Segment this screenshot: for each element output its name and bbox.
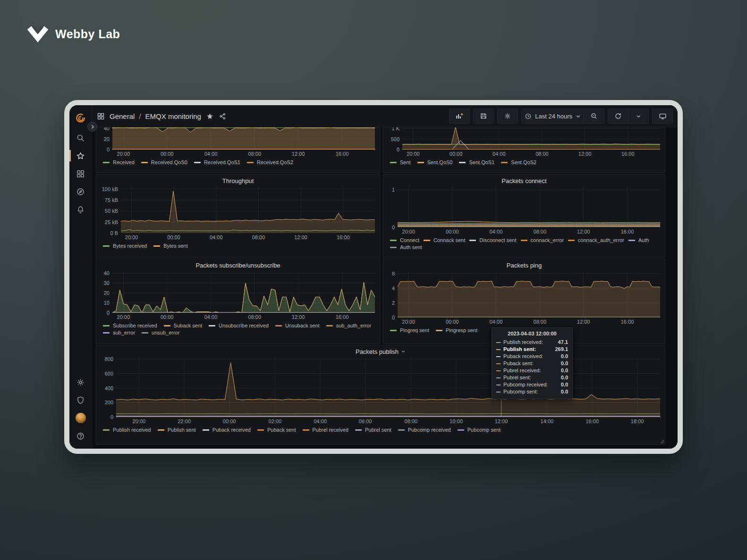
chart-canvas[interactable]: [112, 271, 375, 313]
legend-item[interactable]: Connack sent: [424, 237, 465, 243]
legend-item[interactable]: Bytes received: [103, 243, 147, 249]
panel-title[interactable]: Packets subscribe/unsubscribe: [96, 259, 380, 271]
refresh-button[interactable]: [608, 109, 628, 123]
x-tick-label: 12:00: [495, 418, 508, 424]
y-tick-label: 800: [105, 356, 113, 362]
legend-item[interactable]: connack_error: [521, 237, 564, 243]
legend-item[interactable]: Auth sent: [390, 244, 422, 250]
legend-item[interactable]: Publish sent: [158, 427, 196, 433]
chart-canvas[interactable]: [121, 187, 375, 233]
breadcrumb-dashboard-title[interactable]: EMQX monitoring: [145, 112, 201, 120]
legend-item[interactable]: Sent: [390, 159, 411, 165]
y-tick-label: 30: [104, 280, 110, 286]
legend-item[interactable]: Puback sent: [257, 427, 296, 433]
explore-compass-icon[interactable]: [69, 183, 92, 201]
panel-resize-handle[interactable]: [660, 439, 664, 443]
breadcrumb-folder[interactable]: General: [110, 112, 135, 120]
chart-canvas[interactable]: [398, 187, 660, 227]
legend-item[interactable]: Suback sent: [164, 323, 203, 328]
x-tick-label: 20:00: [117, 151, 130, 157]
legend-item[interactable]: Pubrel received: [303, 427, 348, 433]
legend-item[interactable]: unsub_error: [142, 330, 179, 335]
legend-item[interactable]: Pubrel sent: [355, 427, 391, 433]
tooltip-series-label: Pubcomp received:: [503, 381, 558, 388]
search-icon[interactable]: [69, 129, 92, 147]
legend-label: Bytes sent: [163, 243, 187, 249]
configuration-gear-icon[interactable]: [69, 373, 92, 391]
zoom-out-button[interactable]: [584, 109, 604, 123]
share-icon[interactable]: [219, 112, 227, 120]
legend-label: unsub_error: [152, 330, 179, 335]
legend-item[interactable]: Bytes sent: [153, 243, 187, 249]
legend-item[interactable]: Sent.QoS2: [501, 159, 536, 165]
chart-canvas[interactable]: [112, 127, 375, 150]
legend-swatch: [501, 162, 508, 163]
legend-item[interactable]: Pingresp sent: [436, 327, 477, 333]
legend-item[interactable]: Received.QoS2: [247, 159, 293, 165]
legend-item[interactable]: Subscribe received: [103, 323, 157, 328]
chart-canvas[interactable]: [402, 127, 660, 150]
legend-item[interactable]: Auth: [628, 237, 649, 243]
legend-item[interactable]: sub_error: [103, 330, 135, 335]
legend-label: Pubrel sent: [365, 427, 391, 433]
breadcrumb: General / EMQX monitoring: [110, 112, 201, 120]
legend-item[interactable]: Received.QoS0: [141, 159, 187, 165]
x-tick-label: 12:00: [292, 151, 305, 157]
legend-item[interactable]: Publish received: [103, 427, 151, 433]
legend-item[interactable]: Connect: [390, 237, 419, 243]
legend-item[interactable]: Received.QoS1: [194, 159, 240, 165]
sidebar-expand-button[interactable]: [87, 122, 97, 132]
star-filled-icon[interactable]: [206, 112, 214, 120]
legend-item[interactable]: Puback received: [203, 427, 251, 433]
legend-item[interactable]: Sent.QoS0: [417, 159, 453, 165]
legend-item[interactable]: Unsuback sent: [275, 323, 320, 328]
save-dashboard-button[interactable]: [473, 109, 494, 124]
legend-item[interactable]: connack_auth_error: [568, 237, 624, 243]
alerting-bell-icon[interactable]: [69, 201, 92, 218]
starred-dashboards-icon[interactable]: [69, 147, 92, 165]
chart-legend: Bytes receivedBytes sent: [96, 242, 380, 251]
legend-item[interactable]: sub_auth_error: [326, 323, 372, 328]
legend-item[interactable]: Received: [103, 159, 135, 165]
dashboard-header: General / EMQX monitoring: [92, 105, 678, 127]
panel-title[interactable]: Packets connect: [383, 175, 665, 187]
legend-swatch: [521, 240, 527, 241]
panel-title[interactable]: Packets publish: [96, 345, 665, 358]
legend-label: Connack sent: [433, 237, 465, 243]
time-range-button[interactable]: Last 24 hours: [522, 109, 584, 123]
x-tick-label: 04:00: [314, 418, 327, 424]
legend-label: Sent: [400, 159, 411, 165]
panel-title[interactable]: Throughput: [96, 175, 380, 187]
legend-swatch: [628, 240, 635, 241]
legend-item[interactable]: Unsubscribe received: [209, 323, 269, 328]
server-admin-shield-icon[interactable]: [69, 391, 92, 409]
x-tick-label: 08:00: [405, 418, 418, 424]
add-panel-button[interactable]: [449, 109, 470, 124]
help-icon[interactable]: [69, 427, 92, 445]
chart-canvas[interactable]: [116, 358, 660, 417]
panel-menu-caret-icon: [401, 349, 406, 354]
dashboard-settings-button[interactable]: [497, 109, 518, 124]
tooltip-series-label: Pubrel received:: [503, 367, 558, 374]
legend-swatch: [469, 240, 476, 241]
legend-label: Subscribe received: [113, 323, 157, 328]
tooltip-series-value: 0.0: [561, 360, 568, 367]
panel-title[interactable]: Packets ping: [383, 259, 665, 271]
x-tick-label: 00:00: [161, 314, 174, 320]
dashboards-icon[interactable]: [69, 165, 92, 183]
legend-item[interactable]: Pubcomp received: [398, 427, 451, 433]
legend-item[interactable]: Pubcomp sent: [458, 427, 501, 433]
tooltip-row: Pubcomp received:0.0: [496, 381, 568, 388]
chart-canvas[interactable]: [398, 271, 660, 318]
user-avatar[interactable]: [69, 409, 92, 427]
legend-item[interactable]: Sent.QoS1: [459, 159, 494, 165]
tooltip-series-value: 0.0: [561, 367, 568, 374]
legend-swatch: [424, 240, 430, 241]
cycle-view-button[interactable]: [652, 109, 673, 124]
x-tick-label: 20:00: [402, 229, 416, 234]
refresh-interval-caret[interactable]: [628, 109, 648, 123]
legend-item[interactable]: Disconnect sent: [469, 237, 516, 243]
x-tick-label: 00:00: [446, 229, 459, 234]
apps-grid-icon[interactable]: [97, 112, 105, 120]
legend-item[interactable]: Pingreq sent: [390, 327, 429, 333]
